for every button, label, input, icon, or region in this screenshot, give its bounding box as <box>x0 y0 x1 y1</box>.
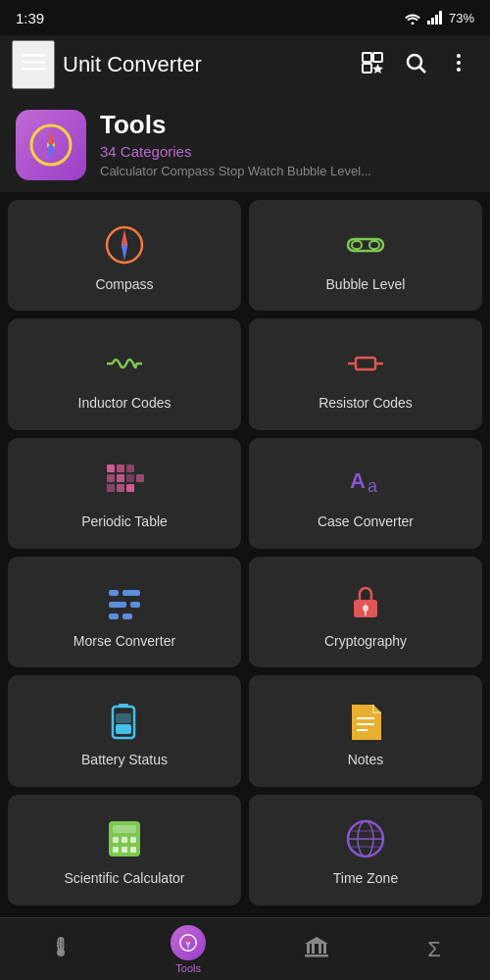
svg-rect-55 <box>119 704 128 707</box>
svg-rect-62 <box>113 825 136 833</box>
case-converter-label: Case Converter <box>318 514 414 529</box>
status-icons: 73% <box>404 11 474 25</box>
svg-rect-88 <box>305 955 328 957</box>
battery-status-label: Battery Status <box>81 752 168 767</box>
svg-rect-65 <box>130 837 136 843</box>
svg-rect-56 <box>116 724 131 734</box>
nav-label-tools: Tools <box>175 962 201 974</box>
inductor-codes-icon <box>103 342 146 385</box>
header-subtitle: Calculator Compass Stop Watch Bubble Lev… <box>100 164 371 178</box>
svg-rect-66 <box>113 847 119 853</box>
svg-rect-0 <box>427 21 430 24</box>
signal-icon <box>427 11 443 24</box>
svg-rect-32 <box>107 465 115 472</box>
header-text: Tools 34 Categories Calculator Compass S… <box>100 110 371 178</box>
grid-item-battery-status[interactable]: Battery Status <box>8 675 241 786</box>
nav-item-thermometer[interactable] <box>33 929 88 970</box>
svg-rect-34 <box>126 465 134 472</box>
grid-item-inductor-codes[interactable]: Inductor Codes <box>8 318 241 429</box>
time-zone-icon <box>344 817 387 860</box>
cryptography-label: Cryptography <box>324 633 407 649</box>
more-button[interactable] <box>439 43 478 87</box>
compass-label: Compass <box>95 276 153 292</box>
grid-item-case-converter[interactable]: AaCase Converter <box>249 438 482 549</box>
svg-point-15 <box>457 68 461 72</box>
compass-icon <box>103 223 146 267</box>
nav-item-sigma[interactable]: Σ <box>412 931 457 968</box>
top-bar-actions <box>353 43 478 87</box>
svg-rect-63 <box>113 837 119 843</box>
grid-item-compass[interactable]: Compass <box>8 200 241 311</box>
svg-rect-37 <box>126 474 134 482</box>
svg-rect-41 <box>136 474 144 482</box>
svg-rect-44 <box>109 590 119 596</box>
resistor-codes-icon <box>344 342 387 385</box>
svg-rect-31 <box>356 358 375 369</box>
svg-rect-86 <box>318 944 321 954</box>
time-zone-label: Time Zone <box>333 870 398 886</box>
svg-rect-46 <box>109 602 126 608</box>
morse-converter-label: Morse Converter <box>74 633 175 649</box>
svg-rect-45 <box>122 590 140 596</box>
bubble-level-label: Bubble Level <box>326 276 406 292</box>
grid-container: CompassBubble LevelInductor CodesResisto… <box>0 192 490 913</box>
thermometer-icon <box>49 935 73 964</box>
menu-button[interactable] <box>12 40 55 89</box>
svg-text:+: + <box>363 601 368 612</box>
nav-item-bank[interactable] <box>288 929 345 970</box>
wifi-icon <box>404 11 421 24</box>
grid-item-periodic-table[interactable]: Periodic Table <box>8 438 241 549</box>
svg-rect-2 <box>435 15 438 24</box>
svg-rect-6 <box>22 68 45 71</box>
notes-label: Notes <box>348 752 384 767</box>
svg-rect-35 <box>107 474 115 482</box>
page-title: Unit Converter <box>63 52 353 77</box>
svg-line-12 <box>420 67 426 73</box>
svg-rect-9 <box>363 64 371 73</box>
svg-rect-57 <box>116 713 131 723</box>
svg-text:a: a <box>368 476 378 496</box>
favorites-button[interactable] <box>353 43 392 87</box>
svg-marker-83 <box>305 937 328 944</box>
bank-icon <box>304 935 329 964</box>
svg-rect-38 <box>107 484 115 492</box>
svg-marker-10 <box>372 64 383 74</box>
search-button[interactable] <box>396 43 435 87</box>
svg-rect-1 <box>431 18 434 24</box>
battery-status-icon <box>103 699 146 742</box>
tools-nav-icon <box>171 925 206 960</box>
inductor-codes-label: Inductor Codes <box>78 395 172 411</box>
tools-icon <box>27 122 74 169</box>
svg-rect-47 <box>130 602 140 608</box>
svg-rect-33 <box>117 465 124 472</box>
svg-rect-8 <box>373 53 382 62</box>
svg-rect-4 <box>22 54 45 57</box>
scientific-calculator-label: Scientific Calculator <box>65 870 185 886</box>
svg-point-14 <box>457 61 461 65</box>
grid-item-notes[interactable]: Notes <box>249 675 482 786</box>
grid-item-time-zone[interactable]: Time Zone <box>249 795 482 906</box>
grid-item-resistor-codes[interactable]: Resistor Codes <box>249 318 482 429</box>
header-icon <box>16 110 86 180</box>
nav-item-tools[interactable]: Tools <box>155 919 221 980</box>
svg-rect-84 <box>307 944 310 954</box>
svg-rect-5 <box>22 61 45 64</box>
status-time: 1:39 <box>16 10 44 26</box>
grid-item-scientific-calculator[interactable]: Scientific Calculator <box>8 795 241 906</box>
svg-point-11 <box>408 55 421 69</box>
svg-rect-39 <box>117 484 124 492</box>
battery-text: 73% <box>449 11 474 25</box>
grid-item-bubble-level[interactable]: Bubble Level <box>249 200 482 311</box>
grid-item-morse-converter[interactable]: Morse Converter <box>8 557 241 667</box>
sigma-icon: Σ <box>427 937 441 962</box>
svg-rect-3 <box>439 11 442 24</box>
grid-item-cryptography[interactable]: +Cryptography <box>249 557 482 667</box>
svg-rect-64 <box>122 837 127 843</box>
svg-rect-40 <box>126 484 134 492</box>
svg-rect-26 <box>369 241 379 249</box>
status-bar: 1:39 73% <box>0 0 490 35</box>
morse-converter-icon <box>103 580 146 623</box>
cryptography-icon: + <box>344 580 387 623</box>
category-count: 34 Categories <box>100 143 371 160</box>
case-converter-icon: Aa <box>344 461 387 504</box>
